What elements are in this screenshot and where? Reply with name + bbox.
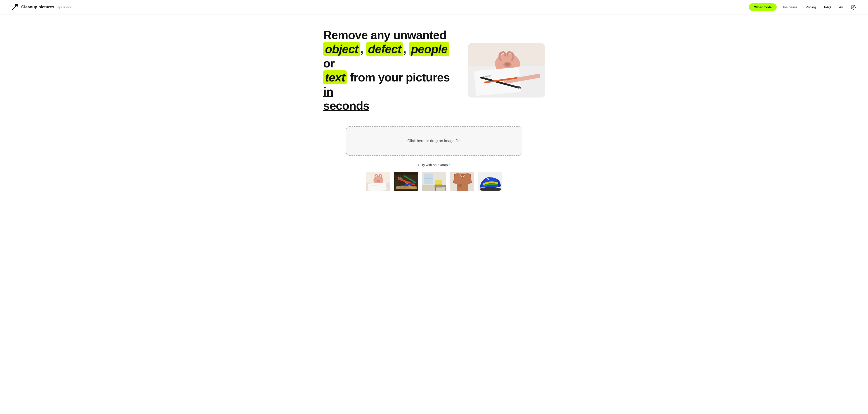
settings-button[interactable] [849,3,857,11]
main-nav: Other tools Use cases Pricing FAQ API [749,3,857,11]
logo-by-text: by Clipdrop [57,5,72,9]
hero-image-svg: YUZEFI [468,43,545,97]
use-cases-button[interactable]: Use cases [778,3,801,11]
thumb-3-svg [422,172,446,191]
thumb-2-svg: 1 2 3 4 5 6 7 8 [394,172,418,191]
other-tools-button[interactable]: Other tools [749,3,777,11]
highlight-text: text [323,70,347,84]
svg-text:1  2  3  4  5  6  7  8: 1 2 3 4 5 6 7 8 [397,187,408,189]
try-label: ↓ Try with an example [417,163,450,167]
hero-text: Remove any unwanted object, defect, peop… [323,28,450,113]
gear-icon [851,5,856,10]
dropzone-label: Click here or drag an image file [407,139,460,143]
api-button[interactable]: API [836,3,848,11]
svg-rect-49 [458,184,462,187]
example-thumb-1[interactable] [366,171,391,191]
highlight-defect: defect [366,42,403,56]
from-text: from your pictures [350,71,450,84]
example-thumb-3[interactable] [422,171,446,191]
seconds-text: seconds [323,99,369,112]
svg-rect-44 [435,180,442,184]
logo-text: Cleanup.pictures [21,5,54,9]
example-thumb-2[interactable]: 1 2 3 4 5 6 7 8 [394,171,418,191]
svg-rect-45 [434,185,446,187]
svg-rect-27 [368,183,386,191]
svg-point-5 [852,6,854,8]
comma-1: , [360,42,363,56]
highlight-people: people [409,42,450,56]
comma-2: , [403,42,406,56]
hero-heading: Remove any unwanted object, defect, peop… [323,28,450,113]
dropzone-wrapper: Click here or drag an image file [346,126,522,156]
thumb-4-svg [450,172,474,191]
thumb-1-svg [366,172,391,191]
heading-prefix: Remove any unwanted [323,29,446,41]
try-label-text: ↓ Try with an example [417,163,450,167]
svg-rect-46 [435,187,436,191]
highlight-object: object [323,42,360,56]
logo-icon [11,3,19,11]
example-thumbnails: 1 2 3 4 5 6 7 8 [366,171,502,191]
logo-area[interactable]: Cleanup.pictures by Clipdrop [11,3,72,11]
svg-point-26 [377,180,380,182]
svg-point-51 [480,187,501,191]
thumb-5-svg [478,172,502,191]
header: Cleanup.pictures by Clipdrop Other tools… [0,0,868,14]
dropzone[interactable]: Click here or drag an image file [346,126,522,156]
hero-section: Remove any unwanted object, defect, peop… [287,28,581,113]
try-example-section: ↓ Try with an example [287,163,581,191]
faq-button[interactable]: FAQ [821,3,834,11]
or-text: or [323,57,335,70]
in-text: in [323,85,333,98]
svg-point-11 [505,63,510,66]
main-content: Remove any unwanted object, defect, peop… [276,14,592,210]
svg-point-2 [12,9,13,10]
example-thumb-5[interactable] [477,171,502,191]
svg-rect-47 [445,187,445,191]
hero-image: YUZEFI [468,43,545,97]
example-thumb-4[interactable] [450,171,474,191]
pricing-button[interactable]: Pricing [802,3,819,11]
